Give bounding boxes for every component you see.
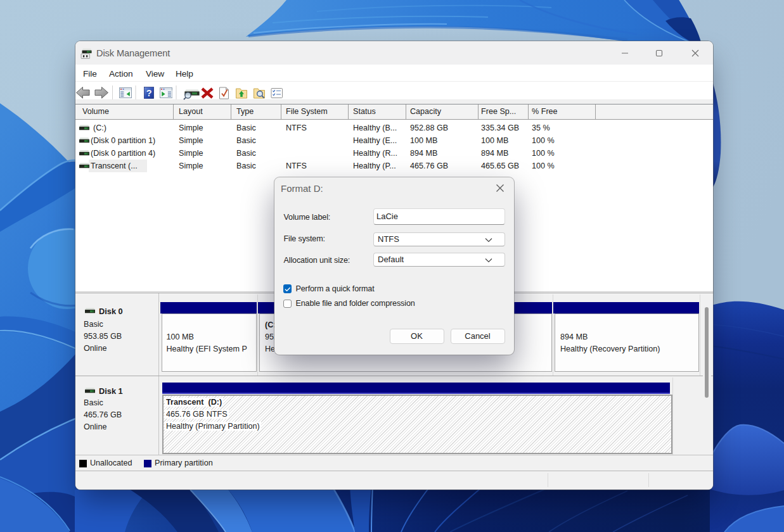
svg-text:?: ? xyxy=(146,88,152,98)
